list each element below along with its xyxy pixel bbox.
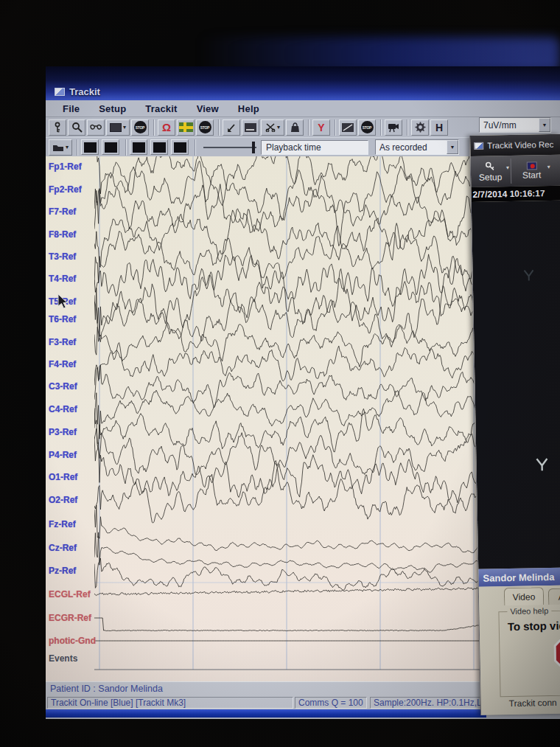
playback-time-field[interactable]: Playback time [261,140,368,155]
montage-grid-pad [110,123,122,132]
eeg-trace-ECGR-Ref [94,618,489,631]
eeg-trace-Pz-Ref [94,558,489,590]
video-start-button[interactable]: Start ▾ [512,155,552,187]
eeg-trace-T3-Ref [94,223,489,285]
eeg-trace-F3-Ref [94,323,489,367]
channel-label: F4-Ref [49,359,76,369]
eeg-trace-T6-Ref [94,286,489,347]
y-electrode-icon[interactable]: Y [312,119,330,136]
omega-icon[interactable]: Ω [158,119,175,136]
pen-icon[interactable] [223,119,240,136]
chevron-down-icon[interactable]: ▼ [539,118,550,132]
taskbar-strip [46,709,486,718]
status-bar: Patient ID : Sandor Melinda Trackit On-l… [46,681,486,709]
channel-label: C4-Ref [49,404,77,414]
menu-item-setup[interactable]: Setup [89,102,136,116]
timebase-slider[interactable] [203,140,256,155]
sensitivity-value: 7uV/mm [480,118,539,132]
channel-labels: Fp1-RefFp2-RefF7-RefF8-RefT3-RefT4-RefT5… [46,156,94,687]
camera-icon[interactable] [385,119,402,136]
toolbar-separator [380,119,382,136]
channel-label: P3-Ref [49,427,77,437]
video-setup-button[interactable]: Setup ▾ [471,156,511,187]
app-icon [55,88,65,96]
toolbar-main: ▾ STOP Ω STOP ▾ Y [46,117,469,137]
menu-item-trackit[interactable]: Trackit [136,102,186,116]
channel-label: ECGR-Ref [49,613,91,623]
display-mode-select[interactable]: As recorded ▼ [375,139,459,155]
black-square-button[interactable] [150,139,168,155]
chevron-down-icon[interactable]: ▼ [447,140,458,154]
black-square-button[interactable] [130,139,147,155]
stop-icon[interactable]: STOP [196,119,214,136]
glasses-icon[interactable] [87,119,105,136]
channel-label: T6-Ref [49,314,76,324]
menu-item-help[interactable]: Help [228,102,269,116]
black-square-button[interactable] [171,139,189,155]
black-square-button[interactable] [81,139,99,155]
menu-bar: FileSetupTrackitViewHelp [46,100,560,117]
toolbar-separator [125,139,127,156]
eeg-trace-Cz-Ref [94,532,489,572]
eeg-trace-O2-Ref [94,461,489,524]
zoom-icon[interactable] [68,119,85,136]
eeg-trace-P3-Ref [94,409,489,452]
tab-video[interactable]: Video [504,587,544,605]
calibration-icon[interactable] [242,119,259,136]
events-label: Events [49,653,77,664]
start-icon [526,161,536,170]
channel-label: F7-Ref [49,206,76,217]
toolbar-playback: ▾ Playback time As recorded ▼ [46,137,469,156]
video-window-titlebar[interactable]: Trackit Video Rec [470,134,560,156]
eeg-trace-T5-Ref [94,269,489,338]
stop-icon[interactable]: STOP [358,119,376,136]
display-mode-value: As recorded [376,140,447,154]
slider-handle[interactable] [252,142,255,153]
toolbar-separator [218,119,220,136]
channel-label: photic-Gnd [49,636,96,646]
toolbar-separator [407,119,408,136]
channel-label: Fz-Ref [49,519,76,529]
chevron-down-icon: ▾ [547,164,550,170]
patient-id: Patient ID : Sandor Melinda [50,684,163,694]
clip-icon[interactable]: ▾ [261,119,284,136]
video-window-title: Trackit Video Rec [487,140,553,150]
tab-audio[interactable]: Audio [548,588,560,605]
eeg-trace-P4-Ref [94,428,489,474]
chevron-down-icon: ▾ [123,124,126,131]
video-toolbar: Setup ▾ Start ▾ [471,155,560,187]
menu-item-view[interactable]: View [187,102,228,116]
channel-label: ECGL-Ref [49,589,91,600]
toolbar-separator [77,139,78,156]
black-square-button[interactable] [102,139,119,155]
gear-icon[interactable] [411,119,429,136]
channel-label: O1-Ref [49,472,77,482]
folder-icon[interactable]: ▾ [49,139,72,156]
antenna-icon [522,268,534,282]
channel-label: C3-Ref [49,381,77,392]
video-preview [472,201,560,569]
h-icon[interactable]: H [430,119,448,136]
eeg-traces [94,156,489,687]
key-icon[interactable] [49,119,66,136]
flag-icon[interactable] [177,119,195,136]
menu-item-file[interactable]: File [53,102,89,116]
eeg-trace-O1-Ref [94,437,489,503]
video-app-icon [474,142,483,150]
mouse-cursor [57,293,71,310]
antenna-icon [535,457,548,472]
window-titlebar: Trackit [46,66,560,100]
toolbar-separator [335,119,336,136]
channel-label: T3-Ref [49,251,76,262]
channel-label: F3-Ref [49,337,76,347]
bag-icon[interactable] [286,119,304,136]
toolbar-separator [308,119,309,136]
chevron-down-icon: ▾ [66,144,69,150]
video-help-message: To stop video [508,619,560,633]
stop-icon[interactable]: STOP [131,119,149,136]
line-icon[interactable] [339,119,357,136]
sensitivity-select[interactable]: 7uV/mm ▼ [479,117,551,133]
eeg-trace-Fp1-Ref [94,156,489,206]
montage-grid-icon[interactable]: ▾ [106,119,130,136]
video-panel: Video Audio Video help To stop video STO… [479,586,560,715]
